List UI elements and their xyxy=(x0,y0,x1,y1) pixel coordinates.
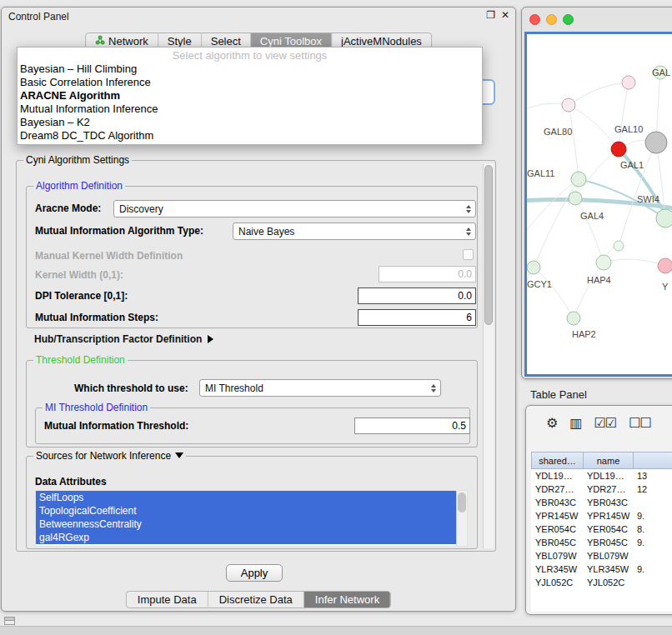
attributes-list-scrollbar[interactable] xyxy=(456,491,467,546)
column-grid-icon[interactable]: ▥ xyxy=(569,417,581,430)
docked-panel-icon[interactable] xyxy=(4,617,15,625)
show-selected-icon[interactable]: ☑☑ xyxy=(594,417,616,430)
dpi-tolerance-field[interactable]: 0.0 xyxy=(358,288,476,304)
network-node[interactable] xyxy=(571,172,586,187)
network-node[interactable] xyxy=(596,255,611,270)
network-window-titlebar xyxy=(529,14,574,25)
network-node[interactable] xyxy=(567,312,580,325)
dpi-tolerance-label: DPI Tolerance [0,1]: xyxy=(35,290,128,302)
table-cell: YDR27… xyxy=(583,482,633,496)
list-item[interactable]: BetweennessCentrality xyxy=(36,518,458,531)
table-row[interactable]: YPR145WYPR145W9. xyxy=(531,509,672,522)
network-node[interactable] xyxy=(562,98,575,112)
settings-group-title: Cyni Algorithm Settings xyxy=(23,154,132,166)
tab-discretize-data[interactable]: Discretize Data xyxy=(208,592,304,608)
aracne-mode-select[interactable]: Discovery xyxy=(113,200,476,218)
network-node[interactable] xyxy=(658,258,672,273)
network-edge[interactable] xyxy=(619,82,629,149)
network-edge[interactable] xyxy=(575,198,604,262)
network-node[interactable] xyxy=(614,241,624,251)
table-row[interactable]: YBR045CYBR045C9. xyxy=(531,536,672,549)
window-title: Control Panel xyxy=(8,11,69,22)
scrollbar-thumb[interactable] xyxy=(458,492,466,512)
table-toolbar: ⚙▥☑☑☐☐ xyxy=(546,412,672,435)
table-row[interactable]: YDL19…YDL19…13 xyxy=(531,469,672,482)
tab-impute-data[interactable]: Impute Data xyxy=(127,592,208,608)
network-edge[interactable] xyxy=(569,105,579,179)
hub-definition-toggle[interactable]: Hub/Transcription Factor Definition xyxy=(34,333,213,345)
node-label: GAL10 xyxy=(614,124,643,134)
group-algorithm-definition: Algorithm Definition Aracne Mode: Discov… xyxy=(26,186,478,328)
network-edge[interactable] xyxy=(604,259,665,266)
which-threshold-select[interactable]: MI Threshold xyxy=(199,379,441,397)
table-row[interactable]: YER054CYER054C8. xyxy=(531,522,672,536)
list-item[interactable]: SelfLoops xyxy=(36,491,458,504)
settings-gear-icon[interactable]: ⚙ xyxy=(546,417,557,430)
network-node[interactable] xyxy=(527,261,540,274)
network-node[interactable] xyxy=(611,142,626,157)
network-edge[interactable] xyxy=(574,262,604,318)
settings-groupbox: Cyni Algorithm Settings Algorithm Defini… xyxy=(16,160,496,552)
network-node[interactable] xyxy=(622,76,635,89)
collapse-arrow-icon xyxy=(175,452,183,458)
manual-kernel-label: Manual Kernel Width Definition xyxy=(35,250,183,262)
table-cell: YJL052C xyxy=(531,576,583,589)
network-node[interactable] xyxy=(569,192,582,205)
table-row[interactable]: YJL052CYJL052C xyxy=(531,576,672,589)
table-cell: YJL052C xyxy=(583,576,633,589)
algorithm-option[interactable]: Bayesian – K2 xyxy=(18,116,482,129)
float-window-icon[interactable]: ❐ xyxy=(486,9,495,21)
control-panel-window: Control Panel ❐ ✕ NetworkStyleSelectCyni… xyxy=(1,7,516,612)
network-node[interactable] xyxy=(645,132,667,153)
mi-threshold-field[interactable]: 0.5 xyxy=(354,418,470,434)
hide-unselected-icon[interactable]: ☐☐ xyxy=(629,417,651,430)
column-header[interactable]: name xyxy=(584,452,634,468)
spinner-icon xyxy=(463,228,475,236)
manual-kernel-checkbox[interactable] xyxy=(463,249,474,260)
network-edge[interactable] xyxy=(569,82,629,105)
table-cell: YPR145W xyxy=(583,509,633,522)
network-edge[interactable] xyxy=(527,179,579,242)
mi-algorithm-type-label: Mutual Information Algorithm Type: xyxy=(35,225,203,237)
algorithm-option[interactable]: Mutual Information Inference xyxy=(18,102,482,116)
table-row[interactable]: YDR27…YDR27…12 xyxy=(531,482,672,496)
node-label: SWI4 xyxy=(637,194,659,204)
minimize-traffic-light-icon[interactable] xyxy=(546,14,557,25)
settings-scrollbar-thumb[interactable] xyxy=(484,165,493,325)
network-canvas[interactable]: GAL80GAL10GAL11GAL1SWI4GAL4GCY1HAP4HAP2G… xyxy=(524,32,672,377)
mi-steps-field[interactable]: 6 xyxy=(358,309,476,326)
close-traffic-light-icon[interactable] xyxy=(529,14,540,25)
zoom-traffic-light-icon[interactable] xyxy=(563,14,574,25)
table-cell xyxy=(633,576,672,589)
list-item[interactable]: TopologicalCoefficient xyxy=(36,504,458,518)
network-edge[interactable] xyxy=(569,105,619,149)
apply-button[interactable]: Apply xyxy=(226,564,283,582)
group-mi-threshold-definition: MI Threshold Definition Mutual Informati… xyxy=(35,408,470,444)
network-node[interactable] xyxy=(656,209,672,228)
tab-infer-network[interactable]: Infer Network xyxy=(304,592,390,608)
network-edge[interactable] xyxy=(534,268,574,318)
table-cell: YDR27… xyxy=(531,482,583,496)
mi-algorithm-type-select[interactable]: Naive Bayes xyxy=(233,222,476,240)
algorithm-option[interactable]: ARACNE Algorithm xyxy=(18,89,482,102)
algorithm-option[interactable]: Bayesian – Hill Climbing xyxy=(18,62,482,76)
bottom-status-bar xyxy=(0,626,672,635)
table-row[interactable]: YLR345WYLR345W9. xyxy=(531,562,672,576)
column-header[interactable] xyxy=(634,452,672,468)
settings-scrollbar[interactable] xyxy=(483,163,494,548)
threshold-definition-title: Threshold Definition xyxy=(33,354,128,366)
table-cell xyxy=(633,549,672,562)
kernel-width-field[interactable]: 0.0 xyxy=(379,266,476,282)
close-window-icon[interactable]: ✕ xyxy=(501,9,509,21)
table-row[interactable]: YBR043CYBR043C xyxy=(531,496,672,509)
table-cell xyxy=(633,496,672,509)
mi-steps-label: Mutual Information Steps: xyxy=(35,312,158,323)
list-item[interactable]: gal4RGexp xyxy=(36,531,458,544)
sources-toggle[interactable]: Sources for Network Inference xyxy=(33,450,186,462)
column-header[interactable]: shared… xyxy=(532,452,584,468)
algorithm-option[interactable]: Dream8 DC_TDC Algorithm xyxy=(18,129,482,142)
table-cell: 9. xyxy=(633,536,672,549)
table-row[interactable]: YBL079WYBL079W xyxy=(531,549,672,562)
algorithm-option[interactable]: Basic Correlation Inference xyxy=(18,76,482,89)
network-graph[interactable]: GAL80GAL10GAL11GAL1SWI4GAL4GCY1HAP4HAP2G… xyxy=(527,34,672,376)
